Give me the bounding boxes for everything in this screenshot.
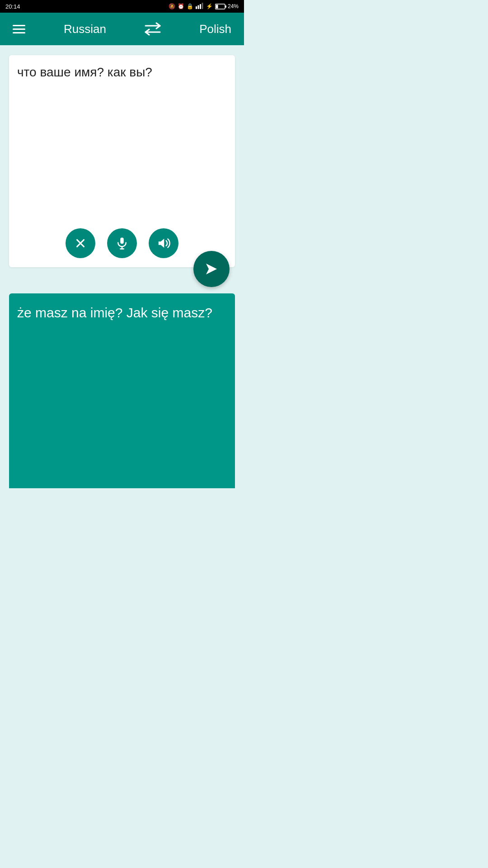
menu-button[interactable] [13,25,25,33]
battery-percent: 24% [228,3,239,9]
svg-rect-0 [196,6,197,9]
input-section [9,55,235,267]
microphone-button[interactable] [107,228,137,258]
source-text-input[interactable] [17,63,227,223]
status-icons: 🔕 ⏰ 🔒 ⚡ 24% [169,3,239,10]
input-wrapper [5,50,239,267]
toolbar: Russian Polish [0,13,244,45]
battery-icon: 24% [215,3,239,9]
notification-muted-icon: 🔕 [169,3,175,9]
svg-rect-7 [120,237,124,244]
signal-icon [196,3,204,10]
target-language[interactable]: Polish [199,22,231,36]
swap-languages-button[interactable] [145,22,161,36]
alarm-icon: ⏰ [178,3,184,9]
svg-rect-2 [200,4,201,9]
source-language[interactable]: Russian [64,22,106,36]
input-actions [17,225,227,261]
send-translate-button[interactable] [193,251,230,287]
svg-rect-5 [225,5,226,8]
svg-marker-10 [159,239,164,248]
output-section: że masz na imię? Jak się masz? [9,293,235,488]
svg-rect-1 [197,5,199,9]
status-time: 20:14 [5,3,20,10]
status-bar: 20:14 🔕 ⏰ 🔒 ⚡ 24% [0,0,244,13]
charging-icon: ⚡ [206,3,213,9]
lock-icon: 🔒 [187,3,193,9]
translated-text: że masz na imię? Jak się masz? [17,303,227,322]
svg-rect-3 [202,3,203,9]
speak-input-button[interactable] [149,228,178,258]
svg-marker-11 [206,264,217,274]
svg-rect-6 [216,5,218,8]
clear-button[interactable] [66,228,95,258]
